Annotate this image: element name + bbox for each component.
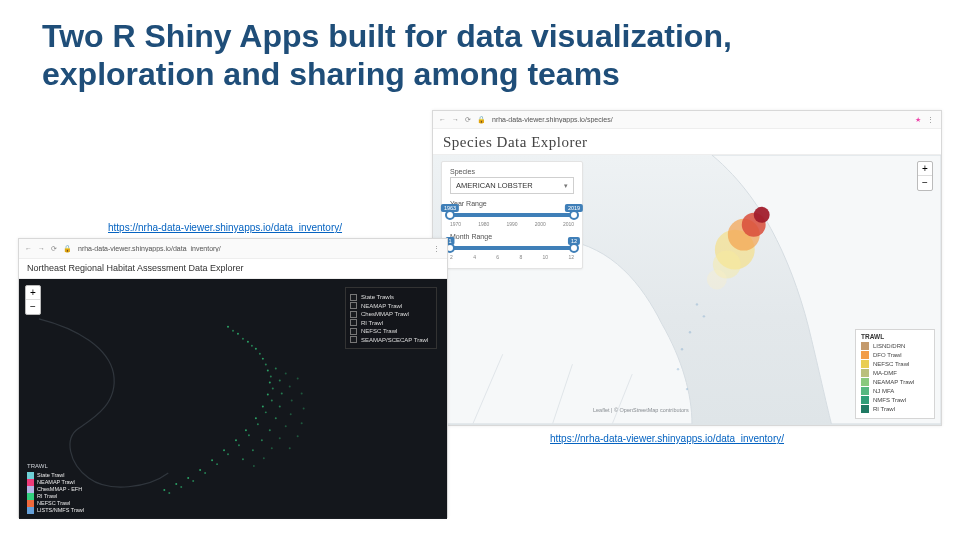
svg-point-3 bbox=[754, 207, 770, 223]
legend-row: DFO Trawl bbox=[861, 351, 929, 359]
layer-checkbox-row[interactable]: NEFSC Trawl bbox=[350, 328, 432, 335]
checkbox-icon[interactable] bbox=[350, 294, 357, 301]
layer-checklist: State TrawlsNEAMAP TrawlChesMMAP TrawlRI… bbox=[345, 287, 437, 349]
year-tick: 1980 bbox=[478, 221, 489, 227]
svg-point-48 bbox=[275, 368, 277, 370]
svg-point-49 bbox=[279, 380, 281, 382]
svg-point-5 bbox=[707, 270, 727, 290]
svg-point-10 bbox=[677, 368, 679, 370]
zoom-control: + − bbox=[917, 161, 933, 191]
checkbox-icon[interactable] bbox=[350, 328, 357, 335]
svg-point-20 bbox=[262, 405, 264, 407]
year-tick: 2000 bbox=[535, 221, 546, 227]
legend-label: MA-DMF bbox=[873, 370, 897, 376]
lock-icon: 🔒 bbox=[477, 116, 486, 124]
svg-point-71 bbox=[289, 447, 291, 449]
layer-checkbox-row[interactable]: NEAMAP Trawl bbox=[350, 302, 432, 309]
svg-point-12 bbox=[227, 326, 229, 328]
svg-point-24 bbox=[223, 449, 225, 451]
month-tick: 10 bbox=[543, 254, 549, 260]
legend-label: NEFSC Trawl bbox=[873, 361, 909, 367]
legend-label: RI Trawl bbox=[37, 493, 57, 500]
checkbox-icon[interactable] bbox=[350, 336, 357, 343]
zoom-in-button[interactable]: + bbox=[26, 286, 40, 300]
zoom-out-button[interactable]: − bbox=[26, 300, 40, 314]
month-tick: 12 bbox=[568, 254, 574, 260]
legend-swatch-icon bbox=[861, 369, 869, 377]
species-explorer-app: ← → ⟳ 🔒 nrha-data-viewer.shinyapps.io/sp… bbox=[432, 110, 942, 426]
layer-checkbox-row[interactable]: ChesMMAP Trawl bbox=[350, 311, 432, 318]
year-min-thumb[interactable] bbox=[445, 210, 455, 220]
legend-row: ChesMMAP - EFH bbox=[27, 486, 115, 493]
legend-label: State Trawl bbox=[37, 472, 65, 479]
legend-swatch-icon bbox=[27, 500, 34, 507]
habitat-map[interactable]: + − State TrawlsNEAMAP TrawlChesMMAP Tra… bbox=[19, 279, 447, 519]
habitat-explorer-app: ← → ⟳ 🔒 nrha-data-viewer.shinyapps.io/da… bbox=[18, 238, 448, 518]
layer-label: RI Trawl bbox=[361, 320, 383, 326]
svg-point-62 bbox=[279, 437, 281, 439]
svg-point-31 bbox=[242, 338, 244, 340]
year-range-slider[interactable]: 1963 2019 1970 1980 1990 2000 2010 bbox=[450, 213, 574, 227]
species-select-value: AMERICAN LOBSTER bbox=[456, 181, 533, 190]
link-app1[interactable]: https://nrha-data-viewer.shinyapps.io/da… bbox=[108, 222, 342, 233]
legend-swatch-icon bbox=[861, 378, 869, 386]
reload-icon[interactable]: ⟳ bbox=[465, 116, 471, 124]
bookmark-icon[interactable]: ★ bbox=[915, 116, 921, 124]
svg-point-52 bbox=[275, 417, 277, 419]
svg-point-16 bbox=[262, 358, 264, 360]
menu-icon[interactable]: ⋮ bbox=[927, 116, 935, 124]
svg-point-21 bbox=[255, 417, 257, 419]
legend-label: NEAMAP Trawl bbox=[873, 379, 914, 385]
nav-back-icon[interactable]: ← bbox=[439, 116, 446, 123]
layer-checkbox-row[interactable]: State Trawls bbox=[350, 294, 432, 301]
zoom-out-button[interactable]: − bbox=[918, 176, 932, 190]
legend-label: NEFSC Trawl bbox=[37, 500, 70, 507]
svg-point-29 bbox=[163, 489, 165, 491]
svg-point-19 bbox=[267, 393, 269, 395]
month-range-slider[interactable]: 1 12 2 4 6 8 10 12 bbox=[450, 246, 574, 260]
svg-point-6 bbox=[696, 303, 698, 305]
svg-point-30 bbox=[232, 330, 234, 332]
svg-point-56 bbox=[242, 458, 244, 460]
month-max-thumb[interactable] bbox=[569, 243, 579, 253]
checkbox-icon[interactable] bbox=[350, 302, 357, 309]
nav-back-icon[interactable]: ← bbox=[25, 245, 32, 252]
month-tick: 4 bbox=[473, 254, 476, 260]
checkbox-icon[interactable] bbox=[350, 319, 357, 326]
svg-point-58 bbox=[289, 385, 291, 387]
legend-label: NMFS Trawl bbox=[873, 397, 906, 403]
menu-icon[interactable]: ⋮ bbox=[433, 245, 441, 253]
address-bar[interactable]: nrha-data-viewer.shinyapps.io/data_inven… bbox=[78, 245, 427, 252]
address-bar[interactable]: nrha-data-viewer.shinyapps.io/species/ bbox=[492, 116, 909, 123]
month-tick: 8 bbox=[519, 254, 522, 260]
svg-point-17 bbox=[267, 370, 269, 372]
layer-checkbox-row[interactable]: SEAMAP/SCECAP Trawl bbox=[350, 336, 432, 343]
legend-row: MA-DMF bbox=[861, 369, 929, 377]
year-max-thumb[interactable] bbox=[569, 210, 579, 220]
legend-swatch-icon bbox=[861, 351, 869, 359]
legend-row: NJ MFA bbox=[861, 387, 929, 395]
layer-checkbox-row[interactable]: RI Trawl bbox=[350, 319, 432, 326]
legend-row: LISND/DRN bbox=[861, 342, 929, 350]
link-app2[interactable]: https://nrha-data-viewer.shinyapps.io/da… bbox=[550, 433, 784, 444]
svg-point-27 bbox=[187, 477, 189, 479]
svg-point-13 bbox=[237, 333, 239, 335]
svg-point-35 bbox=[270, 376, 272, 378]
reload-icon[interactable]: ⟳ bbox=[51, 245, 57, 253]
slide-title: Two R Shiny Apps built for data visualiz… bbox=[42, 18, 912, 94]
legend-row: NMFS Trawl bbox=[861, 396, 929, 404]
nav-forward-icon[interactable]: → bbox=[452, 116, 459, 123]
nav-forward-icon[interactable]: → bbox=[38, 245, 45, 252]
legend-swatch-icon bbox=[861, 342, 869, 350]
map-attribution: Leaflet | © OpenStreetMap contributors bbox=[593, 407, 689, 413]
checkbox-icon[interactable] bbox=[350, 311, 357, 318]
species-select[interactable]: AMERICAN LOBSTER ▾ bbox=[450, 177, 574, 194]
svg-point-65 bbox=[253, 465, 255, 467]
app-title: Species Data Explorer bbox=[433, 129, 941, 155]
svg-point-36 bbox=[272, 387, 274, 389]
svg-point-53 bbox=[269, 429, 271, 431]
legend-row: NEAMAP Trawl bbox=[861, 378, 929, 386]
legend-swatch-icon bbox=[27, 507, 34, 514]
zoom-in-button[interactable]: + bbox=[918, 162, 932, 176]
legend-swatch-icon bbox=[861, 396, 869, 404]
